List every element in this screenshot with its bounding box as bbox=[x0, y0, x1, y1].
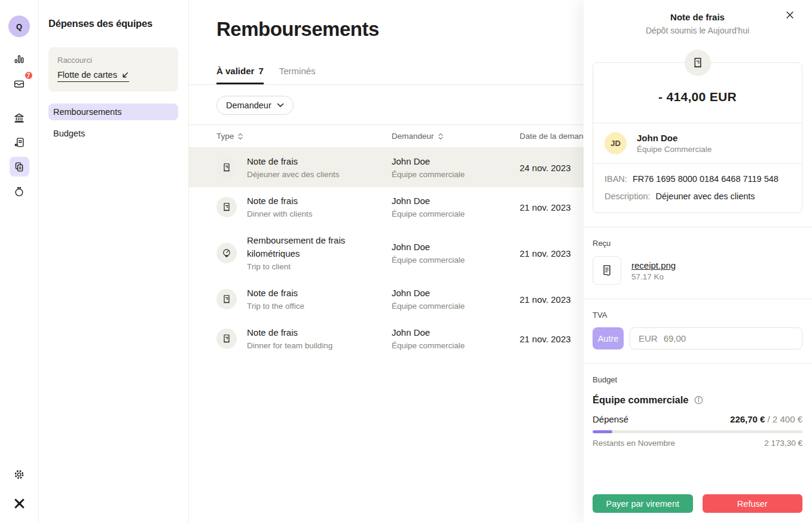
pay-by-transfer-button[interactable]: Payer par virement bbox=[593, 494, 693, 513]
row-type: Note de frais bbox=[247, 287, 370, 300]
row-type: Remboursement de frais kilométriques bbox=[247, 234, 370, 260]
row-requester-name: John Doe bbox=[392, 326, 520, 339]
expense-detail-panel: Note de frais Dépôt soumis le Aujourd'hu… bbox=[584, 0, 812, 523]
column-header-demandeur[interactable]: Demandeur bbox=[392, 132, 520, 141]
row-type-icon-circle bbox=[216, 243, 237, 263]
row-requester-team: Équipe commerciale bbox=[392, 169, 520, 180]
receipt-file-tile[interactable] bbox=[593, 256, 621, 285]
sidebar-item-remboursements[interactable]: Remboursements bbox=[48, 104, 178, 120]
budget-progress-fill bbox=[593, 430, 612, 433]
cell-requester: John Doe Équipe commerciale bbox=[392, 194, 520, 220]
requester-initials: JD bbox=[610, 139, 621, 148]
row-requester-team: Équipe commerciale bbox=[392, 208, 520, 220]
requester-name: John Doe bbox=[637, 133, 712, 143]
receipt-file-row: receipt.png 57.17 Ko bbox=[593, 256, 802, 285]
cell-requester: John Doe Équipe commerciale bbox=[392, 326, 520, 351]
row-type-icon-circle bbox=[216, 329, 237, 349]
description-value: Déjeuner avec des clients bbox=[656, 191, 755, 201]
inbox-badge: 7 bbox=[24, 71, 33, 80]
row-requester-name: John Doe bbox=[392, 155, 520, 168]
iban-value: FR76 1695 8000 0184 6468 7119 548 bbox=[633, 174, 779, 184]
spent-separator: / bbox=[768, 414, 770, 424]
requester-team: Équipe Commerciale bbox=[637, 145, 712, 154]
row-requester-name: John Doe bbox=[392, 241, 520, 253]
spent-value: 226,70 € bbox=[730, 414, 765, 424]
receipt-icon bbox=[221, 333, 233, 345]
row-requester-name: John Doe bbox=[392, 194, 520, 207]
amount-card: - 414,00 EUR JD John Doe Équipe Commerci… bbox=[593, 62, 802, 213]
cell-type: Note de frais Dinner with clients bbox=[216, 194, 392, 220]
tab-label: À valider bbox=[216, 66, 254, 76]
budget-remaining-row: Restants en Novembre 2 173,30 € bbox=[593, 439, 802, 448]
cell-requester: John Doe Équipe commerciale bbox=[392, 241, 520, 266]
column-label: Date de la demande bbox=[520, 132, 593, 141]
org-avatar[interactable]: Q bbox=[8, 16, 30, 37]
row-description: Dinner with clients bbox=[247, 208, 370, 220]
tab-label: Terminés bbox=[279, 66, 316, 76]
nav-transfers[interactable] bbox=[10, 132, 29, 152]
bar-chart-icon bbox=[13, 53, 26, 66]
tva-rate-button[interactable]: Autre bbox=[593, 327, 624, 349]
row-requester-team: Équipe commerciale bbox=[392, 340, 520, 351]
remaining-label: Restants en Novembre bbox=[593, 439, 675, 448]
reject-button[interactable]: Refuser bbox=[703, 494, 803, 513]
tab-a-valider[interactable]: À valider 7 bbox=[216, 66, 264, 84]
tab-termines[interactable]: Terminés bbox=[279, 66, 316, 84]
panel-subtitle: Dépôt soumis le Aujourd'hui bbox=[593, 26, 802, 35]
receipt-section-label: Reçu bbox=[593, 239, 802, 248]
row-description: Trip to client bbox=[247, 261, 370, 272]
row-type-icon-circle bbox=[216, 197, 237, 217]
tab-count: 7 bbox=[258, 66, 263, 76]
description-label: Description: bbox=[605, 191, 651, 201]
close-panel-button[interactable] bbox=[781, 6, 799, 24]
shortcut-card: Raccourci Flotte de cartes bbox=[48, 47, 178, 92]
shortcut-label: Raccourci bbox=[57, 56, 169, 65]
requester-block: JD John Doe Équipe Commerciale bbox=[593, 123, 802, 163]
rail-bottom bbox=[10, 464, 29, 513]
nav-analytics[interactable] bbox=[10, 49, 29, 69]
sidebar-nav: Remboursements Budgets bbox=[48, 104, 178, 142]
sort-icon bbox=[438, 133, 444, 140]
tva-row: Autre EUR 69,00 bbox=[593, 327, 802, 349]
row-description: Dinner for team building bbox=[247, 340, 370, 351]
tva-section-label: TVA bbox=[593, 311, 802, 320]
requester-filter-dropdown[interactable]: Demandeur bbox=[216, 96, 294, 115]
info-icon[interactable] bbox=[694, 396, 703, 405]
arrow-down-left-icon bbox=[121, 71, 129, 79]
nav-accounts[interactable] bbox=[10, 108, 29, 127]
filter-label: Demandeur bbox=[226, 101, 271, 110]
receipt-icon bbox=[221, 162, 233, 174]
qonto-x-logo-icon bbox=[13, 497, 26, 510]
org-avatar-initial: Q bbox=[16, 22, 22, 31]
tva-amount-input[interactable]: EUR 69,00 bbox=[630, 327, 802, 349]
spent-label: Dépensé bbox=[593, 414, 628, 424]
sidebar-item-label: Budgets bbox=[53, 129, 85, 138]
receipt-icon bbox=[221, 293, 233, 305]
settings-button[interactable] bbox=[10, 464, 29, 484]
nav-budgets[interactable] bbox=[10, 181, 29, 201]
shortcut-link-card-fleet[interactable]: Flotte de cartes bbox=[57, 70, 129, 82]
cell-type: Note de frais Déjeuner avec des clients bbox=[216, 155, 392, 180]
cell-requester: John Doe Équipe commerciale bbox=[392, 155, 520, 180]
receipt-file-icon bbox=[599, 263, 615, 278]
icon-rail: Q 7 bbox=[0, 0, 39, 523]
section-sidebar: Dépenses des équipes Raccourci Flotte de… bbox=[39, 0, 189, 523]
budget-team-name: Équipe commerciale bbox=[593, 394, 688, 406]
qonto-logo[interactable] bbox=[10, 494, 29, 513]
mileage-gauge-icon bbox=[221, 247, 233, 259]
transfer-document-icon bbox=[13, 136, 26, 149]
row-type: Note de frais bbox=[247, 194, 370, 208]
sidebar-item-budgets[interactable]: Budgets bbox=[48, 125, 178, 142]
remaining-value: 2 173,30 € bbox=[764, 439, 802, 448]
nav-expense-requests[interactable] bbox=[10, 157, 29, 177]
column-header-type[interactable]: Type bbox=[216, 132, 392, 141]
inbox-icon bbox=[13, 77, 26, 90]
gear-icon bbox=[13, 468, 26, 481]
receipt-file-link[interactable]: receipt.png bbox=[631, 260, 676, 270]
chevron-down-icon bbox=[277, 103, 284, 108]
nav-inbox[interactable]: 7 bbox=[10, 74, 29, 93]
row-requester-team: Équipe commerciale bbox=[392, 300, 520, 312]
row-type-icon-circle bbox=[216, 289, 237, 309]
iban-label: IBAN: bbox=[605, 174, 627, 184]
section-divider bbox=[584, 299, 812, 299]
